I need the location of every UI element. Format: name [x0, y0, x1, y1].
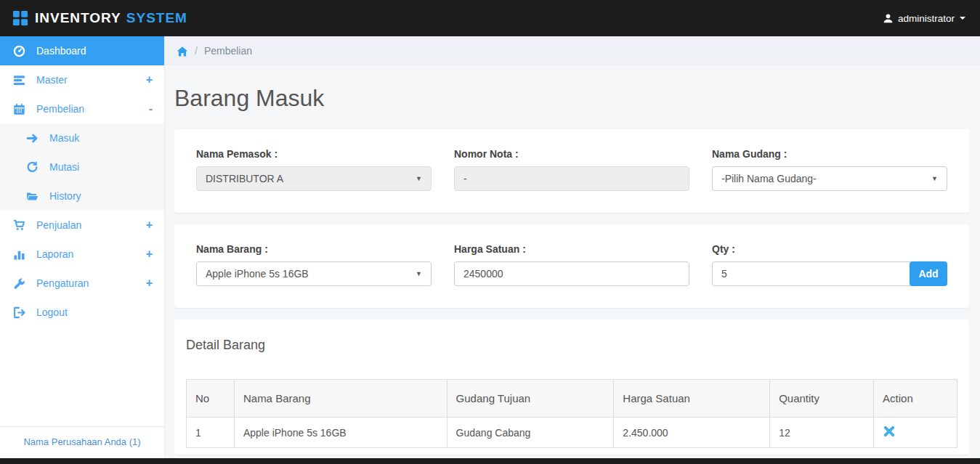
sidebar-subitem-history[interactable]: History [0, 182, 164, 211]
arrow-right-icon [26, 132, 39, 145]
detail-barang-title: Detail Barang [186, 338, 957, 353]
brand-primary: INVENTORY [35, 10, 121, 26]
nama-gudang-value: -Pilih Nama Gudang- [721, 173, 817, 184]
sidebar-item-pengaturan[interactable]: Pengaturan + [0, 269, 164, 298]
tasks-icon [13, 74, 25, 86]
sidebar-item-label: Pengaturan [36, 277, 89, 289]
breadcrumb-separator: / [195, 45, 198, 57]
select-caret-icon: ▼ [416, 175, 422, 182]
sidebar-item-laporan[interactable]: Laporan + [0, 240, 164, 269]
table-row: 1 Apple iPhone 5s 16GB Gudang Cabang 2.4… [187, 418, 957, 448]
qty-input[interactable] [712, 261, 911, 286]
sidebar-item-dashboard[interactable]: Dashboard [0, 36, 164, 65]
nama-pemasok-label: Nama Pemasok : [196, 148, 432, 160]
sidebar-item-pembelian[interactable]: Pembelian - [0, 94, 164, 123]
user-menu[interactable]: administrator [883, 13, 965, 24]
sidebar-item-label: Dashboard [36, 45, 86, 57]
supplier-form-card: Nama Pemasok : DISTRIBUTOR A ▼ Nomor Not… [174, 129, 969, 213]
sidebar-subitem-mutasi[interactable]: Mutasi [0, 152, 164, 182]
main-area: / Pembelian Barang Masuk Nama Pemasok : … [165, 36, 980, 458]
nama-gudang-label: Nama Gudang : [712, 148, 947, 160]
page-content: Barang Masuk Nama Pemasok : DISTRIBUTOR … [165, 65, 980, 458]
bar-chart-icon [13, 248, 25, 261]
col-header-nama-barang: Nama Barang [234, 380, 447, 418]
sidebar-subitem-label: Mutasi [49, 161, 79, 173]
detail-barang-card: Detail Barang No Nama Barang Gudang Tuju… [174, 319, 969, 455]
top-bar: INVENTORY SYSTEM administrator [0, 0, 980, 36]
brand[interactable]: INVENTORY SYSTEM [13, 10, 187, 26]
qty-label: Qty : [712, 243, 947, 255]
folder-open-icon [26, 190, 39, 203]
calendar-icon [13, 103, 25, 115]
harga-satuan-label: Harga Satuan : [454, 243, 689, 255]
sidebar-item-logout[interactable]: Logout [0, 298, 164, 327]
nomor-nota-input[interactable] [454, 166, 689, 191]
chevron-down-icon [960, 17, 965, 20]
sidebar-item-label: Penjualan [36, 219, 81, 231]
nama-barang-label: Nama Barang : [196, 243, 432, 255]
cell-harga-satuan: 2.450.000 [614, 418, 770, 448]
sidebar-item-label: Master [36, 74, 68, 86]
expand-plus-icon[interactable]: + [146, 248, 153, 260]
cell-gudang-tujuan: Gudang Cabang [447, 418, 614, 448]
dashboard-icon [13, 45, 25, 57]
refresh-icon [26, 161, 39, 174]
sidebar: Dashboard Master + Pembelian - Masuk [0, 36, 165, 458]
add-button[interactable]: Add [910, 261, 947, 286]
sidebar-item-label: Pembelian [36, 103, 84, 115]
breadcrumb: / Pembelian [165, 36, 980, 65]
sidebar-subitem-label: Masuk [49, 132, 79, 144]
sidebar-subitem-label: History [49, 190, 81, 202]
cell-nama-barang: Apple iPhone 5s 16GB [234, 418, 447, 448]
item-form-card: Nama Barang : Apple iPhone 5s 16GB ▼ Har… [174, 224, 969, 308]
col-header-action: Action [874, 380, 957, 418]
wrench-icon [13, 277, 25, 290]
nama-barang-value: Apple iPhone 5s 16GB [206, 268, 309, 280]
company-name-link[interactable]: Nama Perusahaan Anda (1) [0, 426, 164, 458]
pembelian-submenu: Masuk Mutasi History [0, 123, 164, 211]
col-header-harga-satuan: Harga Satuan [614, 380, 770, 418]
select-caret-icon: ▼ [416, 270, 422, 277]
col-header-gudang-tujuan: Gudang Tujuan [447, 380, 614, 418]
expand-plus-icon[interactable]: + [146, 277, 153, 289]
nama-pemasok-select[interactable]: DISTRIBUTOR A ▼ [196, 166, 432, 191]
brand-accent: SYSTEM [126, 10, 187, 26]
col-header-quantity: Quantity [770, 380, 874, 418]
breadcrumb-item[interactable]: Pembelian [204, 45, 252, 57]
expand-plus-icon[interactable]: + [146, 74, 153, 86]
sidebar-item-label: Logout [36, 306, 68, 318]
detail-barang-table: No Nama Barang Gudang Tujuan Harga Satua… [186, 379, 957, 448]
user-icon [883, 13, 894, 24]
home-icon[interactable] [177, 46, 188, 57]
footer-bar [0, 458, 980, 464]
nomor-nota-label: Nomor Nota : [454, 148, 689, 160]
select-caret-icon: ▼ [931, 175, 938, 182]
cell-no: 1 [187, 418, 235, 448]
user-label: administrator [898, 13, 955, 24]
cell-quantity: 12 [770, 418, 874, 448]
nama-pemasok-value: DISTRIBUTOR A [206, 173, 283, 184]
delete-x-icon[interactable] [883, 425, 896, 438]
harga-satuan-input[interactable] [454, 261, 689, 286]
nama-barang-select[interactable]: Apple iPhone 5s 16GB ▼ [196, 261, 432, 286]
cart-icon [13, 219, 25, 232]
sidebar-item-label: Laporan [36, 248, 73, 260]
expand-plus-icon[interactable]: + [146, 219, 153, 231]
page-title: Barang Masuk [174, 85, 969, 112]
sidebar-item-penjualan[interactable]: Penjualan + [0, 211, 164, 240]
sidebar-item-master[interactable]: Master + [0, 65, 164, 94]
sidebar-subitem-masuk[interactable]: Masuk [0, 123, 164, 152]
col-header-no: No [187, 380, 235, 418]
collapse-minus-icon[interactable]: - [149, 103, 153, 115]
nama-gudang-select[interactable]: -Pilih Nama Gudang- ▼ [712, 166, 947, 191]
table-header-row: No Nama Barang Gudang Tujuan Harga Satua… [187, 380, 957, 418]
logout-icon [13, 306, 25, 319]
grid-icon [13, 11, 28, 25]
